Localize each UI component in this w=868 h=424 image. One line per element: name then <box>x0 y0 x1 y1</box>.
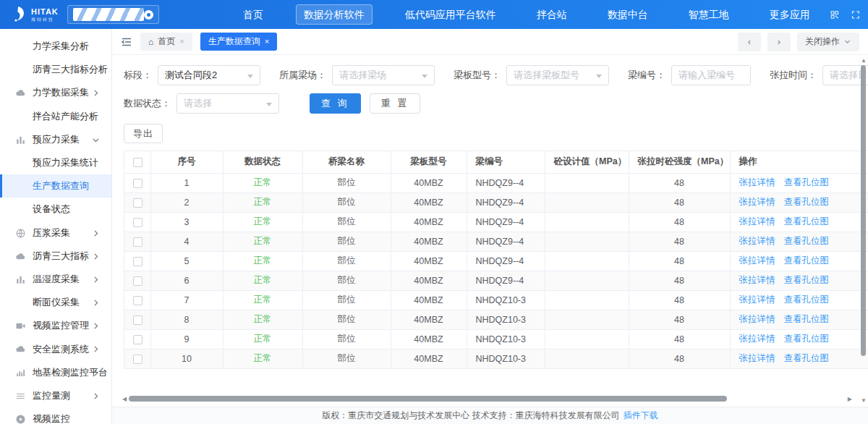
row-checkbox[interactable] <box>133 179 142 188</box>
sidebar-item[interactable]: 沥青三大指标分析 <box>0 58 111 81</box>
checkbox-cell <box>124 310 150 329</box>
field-value: 测试合同段2 <box>165 69 217 82</box>
fullscreen-icon[interactable] <box>851 9 860 21</box>
tension-details-link[interactable]: 张拉详情 <box>739 216 775 226</box>
close-tab-icon[interactable]: × <box>265 38 269 46</box>
scroll-up-arrow[interactable]: ▲ <box>861 58 867 64</box>
sidebar-item-label: 断面仪采集 <box>33 296 80 309</box>
view-hole-map-link[interactable]: 查看孔位图 <box>784 197 830 207</box>
table-cell: 7 <box>150 290 223 310</box>
top-nav-item[interactable]: 数据中台 <box>587 0 668 29</box>
select-all-checkbox[interactable] <box>133 158 142 167</box>
view-hole-map-link[interactable]: 查看孔位图 <box>784 255 830 266</box>
plugin-download-link[interactable]: 插件下载 <box>624 410 658 422</box>
tabs-next-button[interactable]: › <box>767 33 791 51</box>
filter-select[interactable]: 请选择梁板型号 <box>506 65 609 85</box>
tension-details-link[interactable]: 张拉详情 <box>739 275 775 285</box>
sidebar-item-label: 视频监控管理 <box>33 319 89 332</box>
top-nav-item[interactable]: 智慧工地 <box>668 0 749 29</box>
tension-details-link[interactable]: 张拉详情 <box>739 314 775 324</box>
vertical-scrollbar-thumb[interactable] <box>861 65 866 356</box>
tabs-prev-button[interactable]: ‹ <box>738 33 761 51</box>
sidebar-item[interactable]: 预应力采集 <box>0 128 111 151</box>
sidebar-item[interactable]: 地基检测监控平台 <box>0 361 111 384</box>
scroll-down-arrow[interactable]: ▼ <box>861 398 867 404</box>
project-selector[interactable] <box>67 5 159 24</box>
sidebar-item[interactable]: 沥青三大指标 <box>0 245 111 268</box>
query-page: 标段：测试合同段2所属梁场：请选择梁场梁板型号：请选择梁板型号梁编号：请输入梁编… <box>112 55 868 407</box>
table-cell: 部位 <box>302 349 391 368</box>
tension-details-link[interactable]: 张拉详情 <box>739 197 775 207</box>
view-hole-map-link[interactable]: 查看孔位图 <box>784 334 830 344</box>
view-hole-map-link[interactable]: 查看孔位图 <box>784 294 830 305</box>
view-hole-map-link[interactable]: 查看孔位图 <box>784 177 830 187</box>
horizontal-scrollbar[interactable]: ◀ ▶ <box>122 394 852 404</box>
filter-input[interactable]: 请输入梁编号 <box>671 65 751 85</box>
scroll-right-arrow[interactable]: ▶ <box>848 397 852 402</box>
sidebar-item[interactable]: 拌合站产能分析 <box>0 105 111 128</box>
top-nav-item[interactable]: 拌合站 <box>516 0 587 29</box>
sidebar-item-label: 预应力采集 <box>33 133 80 146</box>
sidebar-item[interactable]: 预应力采集统计 <box>0 151 111 174</box>
row-checkbox[interactable] <box>133 237 142 247</box>
row-checkbox[interactable] <box>133 296 142 305</box>
chevron-down-icon <box>91 135 101 145</box>
tension-details-link[interactable]: 张拉详情 <box>739 236 775 246</box>
row-checkbox[interactable] <box>133 218 142 227</box>
filter-select[interactable]: 测试合同段2 <box>158 65 260 85</box>
view-hole-map-link[interactable]: 查看孔位图 <box>784 275 830 285</box>
tension-details-link[interactable]: 张拉详情 <box>739 177 775 187</box>
sidebar-item[interactable]: 断面仪采集 <box>0 291 111 314</box>
tab[interactable]: 生产数据查询× <box>200 33 277 51</box>
tension-details-link[interactable]: 张拉详情 <box>739 334 775 344</box>
close-tab-icon[interactable]: × <box>179 38 184 46</box>
home-icon: ⌂ <box>148 37 153 47</box>
row-checkbox[interactable] <box>133 335 142 344</box>
vertical-scrollbar[interactable]: ▲ ▼ <box>859 58 867 404</box>
view-hole-map-link[interactable]: 查看孔位图 <box>784 314 830 324</box>
sidebar-item[interactable]: 设备状态 <box>0 198 111 221</box>
row-checkbox[interactable] <box>133 276 142 286</box>
sidebar-item[interactable]: 安全监测系统 <box>0 337 111 360</box>
sidebar-item[interactable]: 温湿度采集 <box>0 268 111 291</box>
row-checkbox[interactable] <box>133 257 142 266</box>
export-button[interactable]: 导出 <box>124 124 163 143</box>
tab[interactable]: ⌂首页× <box>140 33 192 51</box>
tension-details-link[interactable]: 张拉详情 <box>739 294 775 305</box>
view-hole-map-link[interactable]: 查看孔位图 <box>784 236 830 246</box>
close-operations-dropdown[interactable]: 关闭操作 <box>797 33 859 51</box>
view-hole-map-link[interactable]: 查看孔位图 <box>784 353 830 363</box>
tab-actions: ‹ › 关闭操作 <box>738 33 859 51</box>
view-hole-map-link[interactable]: 查看孔位图 <box>784 216 830 226</box>
table-cell: 40MBZ <box>391 212 467 232</box>
tension-details-link[interactable]: 张拉详情 <box>739 353 775 363</box>
sidebar-item[interactable]: 力学数据采集 <box>0 81 111 104</box>
row-checkbox[interactable] <box>133 198 142 208</box>
sidebar-item[interactable]: 视频监控 <box>0 407 111 424</box>
tension-details-link[interactable]: 张拉详情 <box>739 255 775 266</box>
column-header: 梁编号 <box>467 151 545 173</box>
sidebar-item[interactable]: 力学采集分析 <box>0 35 111 58</box>
sidebar: 力学采集分析沥青三大指标分析力学数据采集拌合站产能分析预应力采集预应力采集统计生… <box>0 29 112 424</box>
sidebar-item[interactable]: 视频监控管理 <box>0 314 111 337</box>
filter-label: 数据状态： <box>124 97 171 110</box>
top-nav-item[interactable]: 低代码应用平台软件 <box>385 0 516 29</box>
sidebar-item[interactable]: 监控量测 <box>0 384 111 407</box>
collapse-sidebar-icon[interactable] <box>121 36 132 48</box>
top-nav-item[interactable]: 首页 <box>223 0 284 29</box>
sidebar-item[interactable]: 生产数据查询 <box>0 174 111 198</box>
scroll-left-arrow[interactable]: ◀ <box>122 397 127 402</box>
row-checkbox[interactable] <box>133 315 142 325</box>
horizontal-scrollbar-thumb[interactable] <box>129 396 727 402</box>
filter-select[interactable]: 请选择梁场 <box>332 65 435 85</box>
reset-button[interactable]: 重 置 <box>370 93 421 114</box>
top-nav-item[interactable]: 数据分析软件 <box>284 0 385 29</box>
table-header-row: 序号数据状态桥梁名称梁板型号梁编号砼设计值（MPa）张拉时砼强度（MPa）操作 <box>124 151 868 173</box>
table-cell: NHDQZ9--4 <box>467 192 545 212</box>
filter-select[interactable]: 请选择 <box>176 93 279 114</box>
top-nav-item[interactable]: 更多应用 <box>749 0 830 29</box>
sidebar-item[interactable]: 压浆采集 <box>0 221 111 245</box>
query-button[interactable]: 查 询 <box>310 93 361 114</box>
apps-grid-icon[interactable] <box>830 9 839 21</box>
row-checkbox[interactable] <box>133 355 142 364</box>
